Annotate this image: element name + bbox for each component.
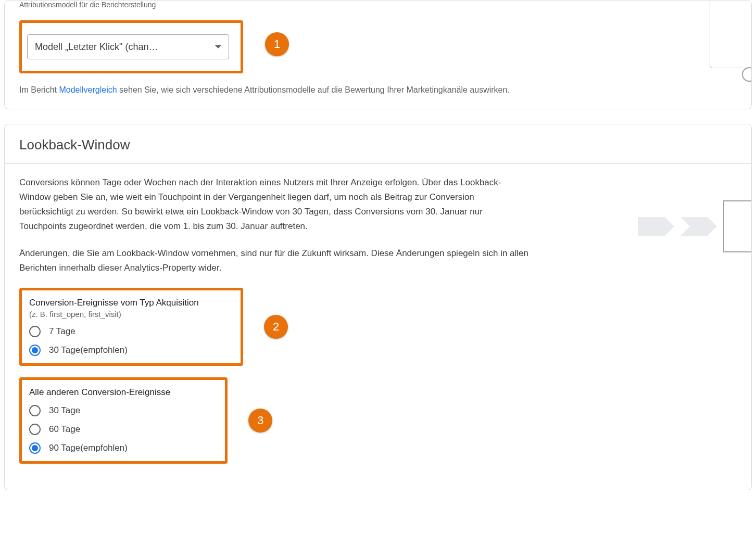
other-events-title: Alle anderen Conversion-Ereignisse [29, 387, 216, 398]
dropdown-value: Modell „Letzter Klick" (chan… [35, 42, 158, 53]
conversion-box-icon [723, 200, 751, 252]
acquisition-radio-option[interactable]: 30 Tage (empfohlen) [29, 345, 231, 356]
chevron-down-icon [215, 45, 221, 48]
recommended-badge: (empfohlen) [80, 345, 128, 355]
lookback-description-2: Änderungen, die Sie am Lookback-Window v… [19, 246, 530, 275]
recommended-badge: (empfohlen) [80, 443, 128, 453]
radio-label: 90 Tage [49, 443, 80, 453]
radio-label: 60 Tage [49, 424, 80, 435]
lookback-heading: Lookback-Window [19, 137, 737, 153]
other-radio-option[interactable]: 30 Tage [29, 405, 216, 416]
highlight-box-3: Alle anderen Conversion-Ereignisse 30 Ta… [19, 377, 228, 464]
decorative-circle-icon [742, 67, 752, 82]
radio-icon [29, 326, 41, 337]
lookback-graphic [638, 200, 751, 252]
callout-badge-2: 2 [264, 315, 288, 339]
lookback-window-card: Lookback-Window Conversions können Tage … [4, 124, 752, 490]
other-radio-option[interactable]: 60 Tage [29, 424, 216, 435]
attribution-description: Im Bericht Modellvergleich sehen Sie, wi… [19, 84, 737, 96]
acquisition-events-subtitle: (z. B. first_open, first_visit) [29, 310, 231, 319]
acquisition-events-title: Conversion-Ereignisse vom Typ Akquisitio… [29, 298, 231, 308]
attribution-model-dropdown[interactable]: Modell „Letzter Klick" (chan… [27, 34, 229, 59]
highlight-box-2: Conversion-Ereignisse vom Typ Akquisitio… [19, 288, 243, 366]
acquisition-radio-option[interactable]: 7 Tage [29, 326, 231, 337]
attribution-settings-card: Attributionsmodell für die Berichterstel… [4, 0, 752, 109]
chevron-step-icon [638, 217, 674, 236]
other-radio-option[interactable]: 90 Tage (empfohlen) [29, 442, 216, 454]
model-comparison-link[interactable]: Modellvergleich [59, 85, 117, 94]
radio-label: 7 Tage [49, 326, 75, 337]
radio-label: 30 Tage [49, 345, 80, 355]
radio-icon [29, 442, 41, 454]
highlight-box-1: Modell „Letzter Klick" (chan… [19, 20, 243, 73]
callout-badge-3: 3 [248, 409, 272, 432]
attribution-model-label: Attributionsmodell für die Berichterstel… [19, 1, 737, 9]
lookback-description-1: Conversions können Tage oder Wochen nach… [19, 175, 530, 234]
radio-icon [29, 345, 41, 356]
callout-badge-1: 1 [265, 32, 289, 56]
radio-icon [29, 405, 41, 416]
radio-icon [29, 424, 41, 435]
chevron-step-icon [681, 217, 717, 236]
radio-label: 30 Tage [49, 405, 80, 416]
